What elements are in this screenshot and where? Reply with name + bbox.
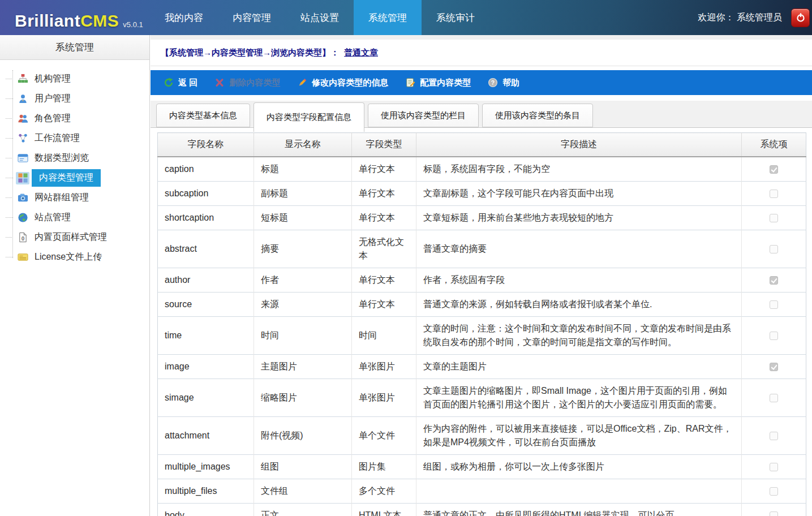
column-header: 系统项 (742, 133, 806, 157)
field-type-cell: 单个文件 (352, 416, 416, 454)
sidebar-item[interactable]: License文件上传 (0, 247, 149, 267)
sidebar-item[interactable]: ()内置页面样式管理 (0, 227, 149, 247)
field-desc-cell: 作为内容的附件，可以被用来直接链接，可以是Office文档，Zip、RAR文件，… (416, 416, 742, 454)
breadcrumb-current-link[interactable]: 普通文章 (344, 48, 378, 57)
welcome-text: 欢迎你： 系统管理员 (698, 12, 782, 24)
data-type-icon (16, 152, 29, 165)
table-row: simage缩略图片单张图片文章主题图片的缩略图片，即Small Image，这… (158, 379, 806, 416)
display-name-cell: 主题图片 (254, 354, 352, 379)
system-flag-cell (742, 157, 806, 182)
system-flag-checkbox[interactable] (770, 363, 778, 371)
sidebar-item[interactable]: 用户管理 (0, 89, 149, 109)
field-desc-cell: 组图，或称为相册，你可以一次上传多张图片 (416, 454, 742, 479)
field-desc-cell: 普通文章的摘要 (416, 230, 742, 268)
field-desc-cell: 文章短标题，用来前台某些地方表现较短的地方 (416, 205, 742, 230)
system-flag-cell (742, 503, 806, 516)
sidebar-item-label: 数据类型浏览 (35, 152, 89, 164)
user-icon (16, 93, 29, 105)
field-name-cell: shortcaption (158, 205, 254, 230)
sidebar-item-label: 内容类型管理 (32, 169, 101, 187)
app-version: v5.0.1 (123, 20, 143, 29)
tab[interactable]: 内容类型基本信息 (156, 104, 250, 127)
table-row: multiple_files文件组多个文件 (158, 479, 806, 503)
workflow-icon (16, 132, 29, 145)
nav-item[interactable]: 系统审计 (422, 0, 489, 35)
system-flag-checkbox[interactable] (770, 432, 778, 440)
sidebar-item[interactable]: 数据类型浏览 (0, 148, 149, 168)
field-desc-cell: 作者，系统固有字段 (416, 268, 742, 292)
toolbar-button[interactable]: 返 回 (155, 70, 206, 95)
system-flag-cell (742, 316, 806, 354)
nav-item[interactable]: 站点设置 (286, 0, 354, 35)
tab[interactable]: 使用该内容类型的栏目 (368, 104, 479, 127)
field-desc-cell: 文章的时间，注意：这个时间和文章的发布时间不同，文章的发布时间是由系统取自发布的… (416, 316, 742, 354)
system-flag-checkbox[interactable] (770, 245, 778, 253)
power-icon (796, 12, 806, 23)
field-type-cell: 无格式化文本 (352, 230, 416, 268)
brand-name: Brilliant (15, 11, 80, 30)
tree-stub (6, 217, 13, 218)
main-content: 【系统管理→内容类型管理→浏览内容类型】：普通文章 返 回删除内容类型修改内容类… (151, 35, 812, 516)
sidebar-item[interactable]: 站点管理 (0, 208, 149, 227)
sidebar-item-label: 站点管理 (35, 212, 71, 223)
field-name-cell: time (158, 316, 254, 354)
nav-item[interactable]: 系统管理 (354, 0, 422, 35)
system-flag-checkbox[interactable] (770, 332, 778, 340)
system-flag-cell (742, 292, 806, 316)
system-flag-checkbox[interactable] (770, 165, 778, 174)
back-arrow-icon (164, 78, 174, 88)
toolbar-button[interactable]: 修改内容类型的信息 (289, 70, 397, 95)
table-header-row: 字段名称显示名称字段类型字段描述系统项 (158, 133, 806, 157)
sidebar-item-label: 内置页面样式管理 (35, 231, 107, 243)
tree-stub (6, 257, 13, 257)
logout-button[interactable] (791, 8, 810, 27)
nav-item[interactable]: 我的内容 (150, 0, 218, 35)
system-flag-checkbox[interactable] (770, 511, 778, 516)
system-flag-cell (742, 479, 806, 503)
field-name-cell: body (158, 503, 254, 516)
table-row: author作者单行文本作者，系统固有字段 (158, 268, 806, 292)
field-type-cell: 单行文本 (352, 268, 416, 292)
system-flag-checkbox[interactable] (770, 190, 778, 198)
help-icon: ? (488, 78, 498, 88)
sidebar-item[interactable]: 网站群组管理 (0, 188, 149, 208)
table-row: image主题图片单张图片文章的主题图片 (158, 354, 806, 379)
tree-stub (6, 178, 13, 178)
sidebar-item[interactable]: 角色管理 (0, 109, 149, 128)
sidebar-item[interactable]: 机构管理 (0, 69, 149, 89)
tree-stub (6, 237, 13, 238)
system-flag-checkbox[interactable] (770, 487, 778, 496)
field-name-cell: caption (158, 157, 254, 182)
field-type-cell: HTML文本 (352, 503, 416, 516)
nav-item[interactable]: 内容管理 (218, 0, 286, 35)
sidebar-item[interactable]: 内容类型管理 (0, 168, 149, 188)
system-flag-checkbox[interactable] (770, 394, 778, 402)
toolbar-button[interactable]: 配置内容类型 (397, 70, 479, 95)
toolbar-button-label: 配置内容类型 (420, 78, 471, 88)
tab[interactable]: 内容类型字段配置信息 (254, 102, 364, 132)
field-desc-cell: 标题，系统固有字段，不能为空 (416, 157, 742, 182)
sidebar-item-label: 机构管理 (35, 73, 71, 85)
display-name-cell: 短标题 (254, 205, 352, 230)
system-flag-checkbox[interactable] (770, 463, 778, 471)
toolbar-button[interactable]: ?帮助 (479, 70, 528, 95)
sidebar-menu: 机构管理用户管理角色管理工作流管理数据类型浏览内容类型管理网站群组管理站点管理(… (0, 69, 149, 267)
system-flag-checkbox[interactable] (770, 214, 778, 222)
system-flag-checkbox[interactable] (770, 300, 778, 309)
tree-stub (6, 158, 13, 158)
app-logo: BrilliantCMS v5.0.1 (0, 0, 150, 35)
sidebar-item[interactable]: 工作流管理 (0, 128, 149, 148)
display-name-cell: 缩略图片 (254, 379, 352, 416)
field-name-cell: multiple_files (158, 479, 254, 503)
display-name-cell: 来源 (254, 292, 352, 316)
field-desc-cell: 文章的主题图片 (416, 354, 742, 379)
system-flag-checkbox[interactable] (770, 276, 778, 285)
field-desc-cell: 文章副标题，这个字段可能只在内容页面中出现 (416, 181, 742, 205)
app-header: BrilliantCMS v5.0.1 我的内容内容管理站点设置系统管理系统审计… (0, 0, 812, 35)
field-name-cell: source (158, 292, 254, 316)
roles-icon (16, 113, 29, 125)
field-type-cell: 单行文本 (352, 292, 416, 316)
display-name-cell: 摘要 (254, 230, 352, 268)
tree-stub (6, 197, 13, 198)
tab[interactable]: 使用该内容类型的条目 (482, 104, 593, 127)
